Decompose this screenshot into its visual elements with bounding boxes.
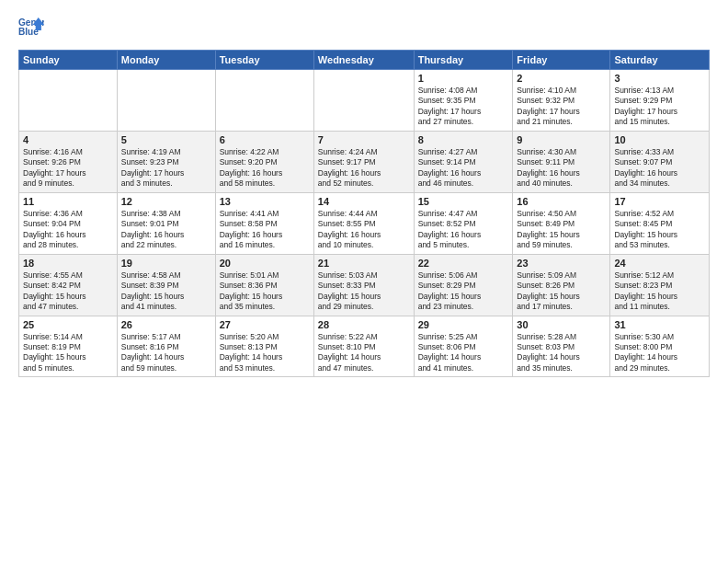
day-info: Sunrise: 4:24 AM Sunset: 9:17 PM Dayligh… (318, 147, 410, 190)
day-info: Sunrise: 4:33 AM Sunset: 9:07 PM Dayligh… (614, 147, 705, 190)
calendar-cell: 22Sunrise: 5:06 AM Sunset: 8:29 PM Dayli… (414, 254, 513, 316)
day-info: Sunrise: 4:13 AM Sunset: 9:29 PM Dayligh… (614, 86, 705, 128)
day-number: 19 (121, 258, 211, 269)
weekday-header: Thursday (414, 51, 513, 70)
day-number: 23 (517, 258, 606, 269)
day-number: 27 (220, 319, 310, 330)
day-info: Sunrise: 4:22 AM Sunset: 9:20 PM Dayligh… (220, 147, 310, 190)
day-number: 9 (517, 134, 606, 145)
weekday-header: Wednesday (313, 51, 414, 70)
day-number: 29 (418, 319, 509, 330)
calendar-cell: 25Sunrise: 5:14 AM Sunset: 8:19 PM Dayli… (19, 316, 118, 377)
day-number: 28 (318, 319, 410, 330)
day-number: 7 (318, 134, 410, 145)
day-info: Sunrise: 5:17 AM Sunset: 8:16 PM Dayligh… (121, 332, 211, 374)
day-info: Sunrise: 5:22 AM Sunset: 8:10 PM Dayligh… (318, 332, 410, 374)
day-info: Sunrise: 4:16 AM Sunset: 9:26 PM Dayligh… (23, 147, 113, 190)
day-info: Sunrise: 4:50 AM Sunset: 8:49 PM Dayligh… (517, 209, 606, 251)
calendar-cell: 19Sunrise: 4:58 AM Sunset: 8:39 PM Dayli… (117, 254, 215, 316)
calendar-cell (313, 70, 414, 132)
day-info: Sunrise: 5:01 AM Sunset: 8:36 PM Dayligh… (220, 270, 310, 313)
day-number: 30 (517, 319, 606, 330)
weekday-header: Monday (117, 51, 215, 70)
calendar-cell: 26Sunrise: 5:17 AM Sunset: 8:16 PM Dayli… (117, 316, 215, 377)
day-info: Sunrise: 4:10 AM Sunset: 9:32 PM Dayligh… (517, 86, 606, 128)
day-number: 16 (517, 196, 606, 207)
day-info: Sunrise: 4:27 AM Sunset: 9:14 PM Dayligh… (418, 147, 509, 190)
day-info: Sunrise: 4:55 AM Sunset: 8:42 PM Dayligh… (23, 270, 113, 313)
day-number: 21 (318, 258, 410, 269)
calendar-week-row: 1Sunrise: 4:08 AM Sunset: 9:35 PM Daylig… (19, 70, 710, 132)
logo: General Blue (18, 15, 48, 40)
day-number: 3 (614, 73, 705, 84)
weekday-header: Saturday (610, 51, 710, 70)
calendar-cell: 17Sunrise: 4:52 AM Sunset: 8:45 PM Dayli… (610, 192, 710, 254)
calendar-cell (117, 70, 215, 132)
day-number: 15 (418, 196, 509, 207)
day-number: 13 (220, 196, 310, 207)
calendar-week-row: 25Sunrise: 5:14 AM Sunset: 8:19 PM Dayli… (19, 316, 710, 377)
calendar-cell: 28Sunrise: 5:22 AM Sunset: 8:10 PM Dayli… (313, 316, 414, 377)
day-info: Sunrise: 4:58 AM Sunset: 8:39 PM Dayligh… (121, 270, 211, 313)
day-info: Sunrise: 4:36 AM Sunset: 9:04 PM Dayligh… (23, 209, 113, 251)
calendar-cell: 18Sunrise: 4:55 AM Sunset: 8:42 PM Dayli… (19, 254, 118, 316)
calendar-cell: 21Sunrise: 5:03 AM Sunset: 8:33 PM Dayli… (313, 254, 414, 316)
day-info: Sunrise: 4:08 AM Sunset: 9:35 PM Dayligh… (418, 86, 509, 128)
day-info: Sunrise: 4:30 AM Sunset: 9:11 PM Dayligh… (517, 147, 606, 190)
page-header: General Blue (18, 15, 710, 40)
day-info: Sunrise: 4:44 AM Sunset: 8:55 PM Dayligh… (318, 209, 410, 251)
day-number: 26 (121, 319, 211, 330)
calendar-cell: 6Sunrise: 4:22 AM Sunset: 9:20 PM Daylig… (215, 131, 313, 192)
day-number: 12 (121, 196, 211, 207)
calendar-cell: 10Sunrise: 4:33 AM Sunset: 9:07 PM Dayli… (610, 131, 710, 192)
calendar-cell: 27Sunrise: 5:20 AM Sunset: 8:13 PM Dayli… (215, 316, 313, 377)
day-number: 4 (23, 134, 113, 145)
calendar-week-row: 4Sunrise: 4:16 AM Sunset: 9:26 PM Daylig… (19, 131, 710, 192)
calendar-cell: 3Sunrise: 4:13 AM Sunset: 9:29 PM Daylig… (610, 70, 710, 132)
calendar-table: SundayMondayTuesdayWednesdayThursdayFrid… (18, 50, 710, 377)
calendar-cell (215, 70, 313, 132)
day-info: Sunrise: 5:25 AM Sunset: 8:06 PM Dayligh… (418, 332, 509, 374)
calendar-cell (19, 70, 118, 132)
day-info: Sunrise: 5:03 AM Sunset: 8:33 PM Dayligh… (318, 270, 410, 313)
day-number: 8 (418, 134, 509, 145)
day-number: 2 (517, 73, 606, 84)
calendar-cell: 5Sunrise: 4:19 AM Sunset: 9:23 PM Daylig… (117, 131, 215, 192)
calendar-week-row: 18Sunrise: 4:55 AM Sunset: 8:42 PM Dayli… (19, 254, 710, 316)
calendar-cell: 8Sunrise: 4:27 AM Sunset: 9:14 PM Daylig… (414, 131, 513, 192)
day-number: 17 (614, 196, 705, 207)
day-number: 31 (614, 319, 705, 330)
day-info: Sunrise: 5:20 AM Sunset: 8:13 PM Dayligh… (220, 332, 310, 374)
day-number: 18 (23, 258, 113, 269)
day-info: Sunrise: 4:19 AM Sunset: 9:23 PM Dayligh… (121, 147, 211, 190)
calendar-cell: 4Sunrise: 4:16 AM Sunset: 9:26 PM Daylig… (19, 131, 118, 192)
calendar-cell: 31Sunrise: 5:30 AM Sunset: 8:00 PM Dayli… (610, 316, 710, 377)
calendar-cell: 2Sunrise: 4:10 AM Sunset: 9:32 PM Daylig… (513, 70, 610, 132)
day-info: Sunrise: 4:38 AM Sunset: 9:01 PM Dayligh… (121, 209, 211, 251)
day-number: 1 (418, 73, 509, 84)
calendar-cell: 24Sunrise: 5:12 AM Sunset: 8:23 PM Dayli… (610, 254, 710, 316)
day-info: Sunrise: 5:30 AM Sunset: 8:00 PM Dayligh… (614, 332, 705, 374)
day-number: 14 (318, 196, 410, 207)
day-number: 6 (220, 134, 310, 145)
calendar-header-row: SundayMondayTuesdayWednesdayThursdayFrid… (19, 51, 710, 70)
day-info: Sunrise: 5:09 AM Sunset: 8:26 PM Dayligh… (517, 270, 606, 313)
day-number: 25 (23, 319, 113, 330)
day-info: Sunrise: 5:12 AM Sunset: 8:23 PM Dayligh… (614, 270, 705, 313)
calendar-cell: 23Sunrise: 5:09 AM Sunset: 8:26 PM Dayli… (513, 254, 610, 316)
day-number: 5 (121, 134, 211, 145)
calendar-week-row: 11Sunrise: 4:36 AM Sunset: 9:04 PM Dayli… (19, 192, 710, 254)
weekday-header: Friday (513, 51, 610, 70)
day-number: 11 (23, 196, 113, 207)
calendar-cell: 16Sunrise: 4:50 AM Sunset: 8:49 PM Dayli… (513, 192, 610, 254)
day-info: Sunrise: 5:06 AM Sunset: 8:29 PM Dayligh… (418, 270, 509, 313)
calendar-cell: 1Sunrise: 4:08 AM Sunset: 9:35 PM Daylig… (414, 70, 513, 132)
calendar-cell: 29Sunrise: 5:25 AM Sunset: 8:06 PM Dayli… (414, 316, 513, 377)
weekday-header: Sunday (19, 51, 118, 70)
calendar-cell: 12Sunrise: 4:38 AM Sunset: 9:01 PM Dayli… (117, 192, 215, 254)
day-number: 24 (614, 258, 705, 269)
calendar-cell: 30Sunrise: 5:28 AM Sunset: 8:03 PM Dayli… (513, 316, 610, 377)
day-info: Sunrise: 5:14 AM Sunset: 8:19 PM Dayligh… (23, 332, 113, 374)
weekday-header: Tuesday (215, 51, 313, 70)
calendar-cell: 9Sunrise: 4:30 AM Sunset: 9:11 PM Daylig… (513, 131, 610, 192)
